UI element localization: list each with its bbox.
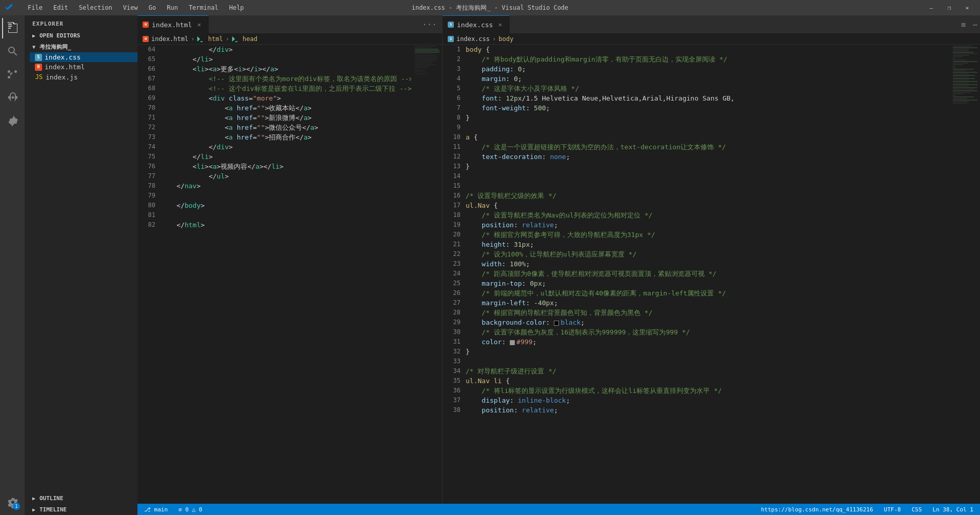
svg-marker-0 (197, 36, 200, 42)
timeline-label: TIMELINE (39, 506, 67, 513)
file-item-js[interactable]: JS index.js (30, 72, 137, 82)
left-editor-content[interactable]: 64 65 66 67 68 69 70 71 72 73 74 75 (137, 45, 414, 504)
status-encoding[interactable]: UTF-8 (883, 506, 903, 513)
right-tabs-bar: S index.css ✕ ⊞ ⋯ (443, 15, 980, 33)
menu-help[interactable]: Help (225, 3, 248, 12)
css-tab-close[interactable]: ✕ (496, 21, 504, 29)
sidebar: EXPLORER ▶ OPEN EDITORS ▼ 考拉海购网_ S index… (25, 15, 137, 515)
title-bar: File Edit Selection View Go Run Terminal… (0, 0, 980, 15)
menu-go[interactable]: Go (145, 3, 160, 12)
debug-activity-icon[interactable] (2, 87, 23, 108)
source-control-activity-icon[interactable] (2, 64, 23, 85)
close-button[interactable]: ✕ (959, 3, 975, 13)
search-activity-icon[interactable] (2, 41, 23, 62)
html-tab-close[interactable]: ✕ (195, 21, 203, 29)
left-editor-body: 64 65 66 67 68 69 70 71 72 73 74 75 (137, 45, 442, 504)
right-editor-content[interactable]: 1 2 3 4 5 6 7 8 9 10 11 12 13 (443, 45, 952, 504)
menu-file[interactable]: File (24, 3, 47, 12)
breadcrumb-html-icon: H (143, 36, 149, 42)
css-tab-icon: S (448, 22, 454, 28)
status-errors[interactable]: ⊘ 0 △ 0 (177, 506, 204, 513)
minimize-button[interactable]: — (924, 3, 939, 13)
window-title: index.css - 考拉海购网_ - Visual Studio Code (412, 4, 569, 12)
right-tab-split[interactable]: ⊞ (956, 21, 970, 29)
activity-bar: 1 (0, 15, 25, 515)
editors-split: H index.html ✕ ··· H index.html › html › (137, 15, 980, 504)
html-filename: index.html (45, 63, 85, 71)
right-code-lines: body { /* 将body默认的padding和margin清零，有助于页面… (466, 45, 952, 504)
right-breadcrumb-file: index.css (456, 35, 490, 43)
html-tab-label: index.html (152, 21, 192, 29)
explorer-activity-icon[interactable] (2, 18, 23, 38)
right-tab-more[interactable]: ⋯ (971, 21, 980, 29)
settings-badge: 1 (13, 503, 20, 510)
css-file-icon: S (35, 54, 42, 61)
status-url[interactable]: https://blog.csdn.net/qq_41136216 (759, 506, 875, 513)
html-tab-icon: H (143, 22, 149, 28)
right-line-numbers: 1 2 3 4 5 6 7 8 9 10 11 12 13 (443, 45, 466, 504)
left-minimap (414, 45, 442, 504)
html-file-icon: H (35, 64, 42, 71)
file-item-html[interactable]: H index.html (30, 62, 137, 72)
file-item-css[interactable]: S index.css (30, 52, 137, 62)
editor-area: H index.html ✕ ··· H index.html › html › (137, 15, 980, 515)
js-file-icon: JS (35, 73, 43, 81)
css-tab[interactable]: S index.css ✕ (443, 15, 510, 33)
sidebar-title: EXPLORER (25, 15, 137, 30)
timeline-section[interactable]: ▶ TIMELINE (25, 504, 137, 515)
project-label: 考拉海购网_ (39, 43, 71, 51)
outline-section[interactable]: ▶ OUTLINE (25, 492, 137, 504)
title-bar-left: File Edit Selection View Go Run Terminal… (5, 3, 248, 12)
project-section[interactable]: ▼ 考拉海购网_ (25, 41, 137, 52)
maximize-button[interactable]: ❐ (942, 3, 957, 13)
right-breadcrumb-selector: body (498, 35, 513, 43)
left-code-lines: </div> </li> <li><a>更多<i></i></a> <!-- 这… (161, 45, 414, 504)
svg-marker-2 (232, 36, 235, 42)
app-container: 1 EXPLORER ▶ OPEN EDITORS ▼ 考拉海购网_ S ind… (0, 15, 980, 515)
menu-run[interactable]: Run (163, 3, 182, 12)
left-tabs-bar: H index.html ✕ ··· (137, 15, 442, 33)
left-breadcrumb: H index.html › html › head (137, 33, 442, 45)
menu-terminal[interactable]: Terminal (185, 3, 223, 12)
menu-selection[interactable]: Selection (75, 3, 116, 12)
status-bar: ⎇ main ⊘ 0 △ 0 https://blog.csdn.net/qq_… (137, 504, 980, 515)
menu-items: File Edit Selection View Go Run Terminal… (24, 3, 248, 12)
css-tab-label: index.css (457, 21, 493, 29)
status-bar-left: ⎇ main ⊘ 0 △ 0 (143, 506, 204, 513)
window-controls: — ❐ ✕ (924, 3, 975, 13)
breadcrumb-head-tag: head (232, 35, 257, 43)
right-editor-panel: S index.css ✕ ⊞ ⋯ S index.css › body (443, 15, 980, 504)
open-editors-section[interactable]: ▶ OPEN EDITORS (25, 30, 137, 41)
menu-view[interactable]: View (119, 3, 142, 12)
timeline-chevron: ▶ (30, 505, 38, 513)
extensions-activity-icon[interactable] (2, 110, 23, 131)
left-tab-more[interactable]: ··· (417, 19, 442, 29)
status-branch[interactable]: ⎇ main (143, 506, 169, 513)
right-breadcrumb-icon: S (448, 36, 454, 42)
settings-activity-icon[interactable]: 1 (2, 492, 23, 512)
status-cursor[interactable]: Ln 38, Col 1 (931, 506, 975, 513)
breadcrumb-file: index.html (151, 35, 188, 43)
file-tree: S index.css H index.html JS index.js (25, 52, 137, 82)
js-filename: index.js (46, 73, 78, 81)
right-minimap (952, 45, 980, 504)
menu-edit[interactable]: Edit (49, 3, 72, 12)
left-editor-panel: H index.html ✕ ··· H index.html › html › (137, 15, 443, 504)
outline-label: OUTLINE (39, 495, 63, 502)
outline-chevron: ▶ (30, 494, 38, 502)
right-editor-body: 1 2 3 4 5 6 7 8 9 10 11 12 13 (443, 45, 980, 504)
left-line-numbers: 64 65 66 67 68 69 70 71 72 73 74 75 (137, 45, 161, 504)
status-bar-right: https://blog.csdn.net/qq_41136216 UTF-8 … (759, 506, 975, 513)
css-filename: index.css (45, 53, 81, 61)
project-chevron: ▼ (30, 43, 38, 51)
open-editors-chevron: ▶ (30, 31, 38, 39)
open-editors-label: OPEN EDITORS (39, 32, 80, 39)
breadcrumb-html-tag: html (197, 35, 223, 43)
vscode-icon (5, 4, 13, 12)
status-language[interactable]: CSS (910, 506, 924, 513)
right-breadcrumb: S index.css › body (443, 33, 980, 45)
html-tab[interactable]: H index.html ✕ (137, 15, 209, 33)
